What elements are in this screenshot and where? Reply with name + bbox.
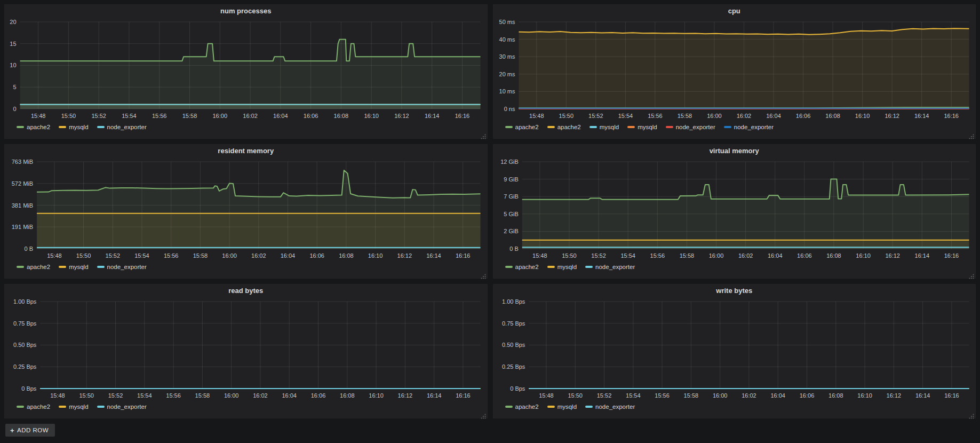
legend-series-label: node_exporter bbox=[107, 264, 147, 270]
chart-num-processes[interactable]: 0510152015:4815:5015:5215:5415:5615:5816… bbox=[5, 18, 487, 122]
panel-read-bytes: read bytes 0 Bps0.25 Bps0.50 Bps0.75 Bps… bbox=[4, 284, 488, 418]
svg-text:16:06: 16:06 bbox=[311, 392, 325, 399]
svg-text:15:56: 15:56 bbox=[650, 252, 665, 259]
svg-text:16:04: 16:04 bbox=[768, 252, 783, 259]
panel-resize-handle[interactable] bbox=[969, 272, 974, 277]
svg-text:40 ms: 40 ms bbox=[499, 36, 515, 43]
legend-item[interactable]: mysqld bbox=[59, 124, 88, 130]
svg-text:1.00 Bps: 1.00 Bps bbox=[502, 298, 525, 305]
panel-legend: apache2mysqldnode_exporter bbox=[5, 262, 487, 270]
svg-text:15:48: 15:48 bbox=[532, 252, 547, 259]
legend-series-label: node_exporter bbox=[595, 404, 635, 410]
legend-series-dash-icon bbox=[97, 266, 105, 268]
legend-item[interactable]: apache2 bbox=[17, 124, 50, 130]
panel-resize-handle[interactable] bbox=[969, 412, 974, 417]
chart-cpu[interactable]: 0 ns10 ms20 ms30 ms40 ms50 ms15:4815:501… bbox=[493, 18, 976, 122]
svg-text:16:04: 16:04 bbox=[281, 252, 295, 259]
legend-series-dash-icon bbox=[17, 126, 24, 128]
panel-resize-handle[interactable] bbox=[969, 132, 974, 137]
legend-item[interactable]: mysqld bbox=[547, 264, 577, 270]
legend-item[interactable]: node_exporter bbox=[666, 124, 715, 130]
svg-text:0.25 Bps: 0.25 Bps bbox=[13, 363, 37, 370]
svg-text:15:50: 15:50 bbox=[562, 252, 577, 259]
panel-resize-handle[interactable] bbox=[481, 412, 486, 417]
svg-text:12 GiB: 12 GiB bbox=[500, 159, 519, 165]
legend-item[interactable]: node_exporter bbox=[724, 124, 774, 130]
svg-text:16:08: 16:08 bbox=[825, 113, 840, 119]
svg-text:15:54: 15:54 bbox=[137, 392, 152, 399]
legend-series-label: node_exporter bbox=[107, 124, 147, 130]
svg-text:16:00: 16:00 bbox=[224, 392, 239, 399]
legend-item[interactable]: apache2 bbox=[505, 264, 539, 270]
legend-item[interactable]: node_exporter bbox=[97, 404, 147, 410]
legend-item[interactable]: mysqld bbox=[589, 124, 619, 130]
svg-text:20 ms: 20 ms bbox=[499, 71, 515, 77]
legend-series-label: mysqld bbox=[557, 264, 577, 270]
svg-text:15:50: 15:50 bbox=[61, 113, 76, 119]
legend-item[interactable]: mysqld bbox=[627, 124, 657, 130]
legend-series-label: apache2 bbox=[27, 404, 50, 410]
panel-resize-handle[interactable] bbox=[481, 132, 486, 137]
svg-text:15:52: 15:52 bbox=[108, 392, 123, 399]
svg-text:16:00: 16:00 bbox=[222, 252, 237, 259]
panel-resize-handle[interactable] bbox=[481, 272, 486, 277]
legend-series-label: node_exporter bbox=[595, 264, 635, 270]
legend-series-dash-icon bbox=[627, 126, 635, 128]
legend-item[interactable]: node_exporter bbox=[585, 264, 635, 270]
svg-text:0.25 Bps: 0.25 Bps bbox=[502, 363, 525, 370]
svg-text:15:54: 15:54 bbox=[620, 252, 635, 259]
legend-item[interactable]: node_exporter bbox=[97, 124, 147, 130]
panel-title[interactable]: read bytes bbox=[5, 284, 487, 297]
svg-text:15:52: 15:52 bbox=[591, 252, 606, 259]
svg-text:10 ms: 10 ms bbox=[499, 88, 515, 94]
svg-text:15:58: 15:58 bbox=[683, 392, 698, 399]
legend-series-label: mysqld bbox=[69, 124, 88, 130]
panel-legend: apache2mysqldnode_exporter bbox=[493, 262, 976, 270]
legend-item[interactable]: apache2 bbox=[505, 404, 539, 410]
svg-text:15:48: 15:48 bbox=[47, 252, 62, 259]
svg-text:16:10: 16:10 bbox=[368, 252, 383, 259]
svg-text:0.75 Bps: 0.75 Bps bbox=[502, 320, 525, 327]
legend-item[interactable]: mysqld bbox=[59, 404, 88, 410]
legend-item[interactable]: node_exporter bbox=[585, 404, 635, 410]
svg-text:5 GiB: 5 GiB bbox=[504, 211, 518, 217]
panel-title[interactable]: cpu bbox=[493, 5, 976, 18]
legend-item[interactable]: apache2 bbox=[17, 264, 50, 270]
svg-text:16:12: 16:12 bbox=[397, 252, 412, 259]
legend-item[interactable]: apache2 bbox=[505, 124, 539, 130]
svg-text:16:02: 16:02 bbox=[251, 252, 266, 259]
legend-item[interactable]: apache2 bbox=[547, 124, 581, 130]
panel-title[interactable]: virtual memory bbox=[493, 145, 976, 157]
svg-text:16:08: 16:08 bbox=[826, 252, 841, 259]
chart-read-bytes[interactable]: 0 Bps0.25 Bps0.50 Bps0.75 Bps1.00 Bps15:… bbox=[5, 297, 487, 402]
legend-series-label: apache2 bbox=[515, 264, 539, 270]
svg-text:16:12: 16:12 bbox=[394, 113, 409, 119]
panel-num-processes: num processes 0510152015:4815:5015:5215:… bbox=[4, 4, 488, 139]
svg-text:0 B: 0 B bbox=[25, 246, 33, 252]
legend-series-dash-icon bbox=[589, 126, 597, 128]
chart-write-bytes[interactable]: 0 Bps0.25 Bps0.50 Bps0.75 Bps1.00 Bps15:… bbox=[493, 297, 976, 402]
panel-title[interactable]: num processes bbox=[5, 5, 487, 18]
svg-text:16:00: 16:00 bbox=[213, 113, 228, 119]
svg-text:16:14: 16:14 bbox=[427, 392, 442, 399]
svg-text:16:10: 16:10 bbox=[364, 113, 379, 119]
svg-text:16:02: 16:02 bbox=[742, 392, 756, 399]
legend-item[interactable]: mysqld bbox=[547, 404, 577, 410]
dashboard-grid: num processes 0510152015:4815:5015:5215:… bbox=[0, 0, 980, 418]
chart-virtual-memory[interactable]: 0 B2 GiB5 GiB7 GiB9 GiB12 GiB15:4815:501… bbox=[493, 157, 976, 262]
panel-title[interactable]: resident memory bbox=[5, 145, 487, 157]
add-row-button[interactable]: + ADD ROW bbox=[5, 424, 55, 437]
svg-text:763 MiB: 763 MiB bbox=[12, 159, 33, 165]
svg-text:16:08: 16:08 bbox=[334, 113, 349, 119]
svg-text:5: 5 bbox=[13, 84, 16, 90]
svg-text:30 ms: 30 ms bbox=[499, 53, 515, 60]
svg-text:15:48: 15:48 bbox=[529, 113, 544, 119]
legend-item[interactable]: node_exporter bbox=[97, 264, 147, 270]
panel-title[interactable]: write bytes bbox=[493, 284, 976, 297]
svg-text:15:52: 15:52 bbox=[588, 113, 603, 119]
chart-resident-memory[interactable]: 0 B191 MiB381 MiB572 MiB763 MiB15:4815:5… bbox=[5, 157, 487, 262]
legend-item[interactable]: mysqld bbox=[59, 264, 88, 270]
panel-legend: apache2mysqldnode_exporter bbox=[5, 402, 487, 410]
panel-virtual-memory: virtual memory 0 B2 GiB5 GiB7 GiB9 GiB12… bbox=[493, 144, 976, 279]
legend-item[interactable]: apache2 bbox=[17, 404, 50, 410]
